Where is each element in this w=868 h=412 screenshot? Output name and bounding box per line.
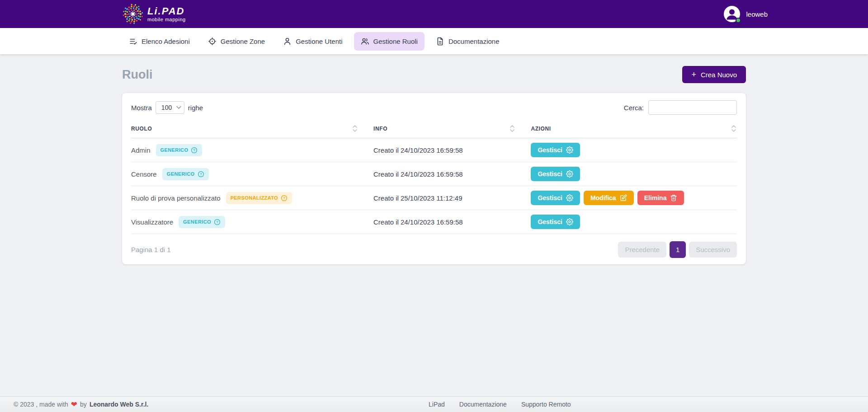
gestisci-button[interactable]: Gestisci [531,191,580,205]
lipad-burst-icon [122,3,144,25]
gestisci-button[interactable]: Gestisci [531,167,580,181]
nav-tab-elenco-adesioni[interactable]: Elenco Adesioni [122,32,197,51]
role-created-info: Creato il 24/10/2023 16:59:58 [373,146,531,154]
search-label: Cerca: [624,104,644,112]
list-check-icon [129,37,137,46]
footer-link-documentazione[interactable]: Documentazione [459,401,507,408]
user-menu[interactable]: leoweb [723,5,768,23]
column-header-info[interactable]: Info [373,119,531,138]
footer-link-lipad[interactable]: LiPad [429,401,445,408]
gear-icon [566,170,573,178]
gestisci-button[interactable]: Gestisci [531,143,580,157]
next-page-button[interactable]: Successivo [689,242,737,258]
role-created-info: Creato il 24/10/2023 16:59:58 [373,218,531,226]
role-name: Admin [131,146,151,154]
company-name: Leonardo Web S.r.l. [90,401,148,408]
logo-title: Li.PAD [147,6,186,16]
sort-icon [510,125,514,132]
roles-table-card: Mostra 100 righe Cerca: Ruolo [122,93,746,264]
rows-suffix-label: righe [188,104,203,112]
document-icon [436,37,444,46]
svg-text:?: ? [193,148,195,152]
nav-tab-gestione-ruoli[interactable]: Gestione Ruoli [354,32,425,51]
role-type-badge: GENERICO ? [162,168,209,180]
svg-text:?: ? [283,196,285,200]
table-row-visualizzatore: Visualizzatore GENERICO ? Creato il 24/1… [131,210,737,234]
svg-text:?: ? [216,220,218,224]
users-icon [361,37,369,46]
previous-page-button[interactable]: Precedente [618,242,666,258]
gear-icon [566,146,573,154]
footer-link-supporto-remoto[interactable]: Supporto Remoto [521,401,571,408]
gear-icon [566,218,573,225]
column-header-ruolo[interactable]: Ruolo [131,119,373,138]
table-row-censore: Censore GENERICO ? Creato il 24/10/2023 … [131,162,737,186]
gestisci-button[interactable]: Gestisci [531,215,580,229]
copyright-by: by [80,401,87,408]
pagination-summary: Pagina 1 di 1 [131,246,171,253]
username: leoweb [746,10,768,18]
page-1-button[interactable]: 1 [670,241,686,258]
nav-tab-documentazione[interactable]: Documentazione [429,32,506,51]
pagination: Precedente 1 Successivo [618,241,737,258]
role-name: Visualizzatore [131,218,173,226]
target-icon [208,37,217,46]
role-name: Ruolo di prova personalizzato [131,194,221,202]
app-header: Li.PAD mobile mapping leoweb [0,0,868,28]
plus-icon: + [691,70,696,79]
copyright-text: © 2023 , made with [14,401,68,408]
rows-per-page-select[interactable]: 100 [156,101,184,114]
main-nav: Elenco Adesioni Gestione Zone Gestione U… [0,28,868,54]
help-circle-icon[interactable]: ? [281,195,288,201]
elimina-button[interactable]: Elimina [637,191,684,205]
nav-tab-gestione-utenti[interactable]: Gestione Utenti [276,32,349,51]
sort-icon [353,125,357,132]
svg-text:?: ? [199,172,202,176]
crea-nuovo-button[interactable]: + Crea Nuovo [682,66,746,83]
avatar [723,5,741,23]
search-input[interactable] [648,100,737,115]
user-icon [283,37,292,46]
help-circle-icon[interactable]: ? [191,147,198,154]
main-content: Ruoli + Crea Nuovo Mostra 100 righe Cerc… [122,66,746,264]
role-created-info: Creato il 24/10/2023 16:59:58 [373,170,531,178]
role-created-info: Creato il 25/10/2023 11:12:49 [373,194,531,202]
help-circle-icon[interactable]: ? [198,171,204,178]
role-type-badge: GENERICO ? [156,144,203,156]
table-row-admin: Admin GENERICO ? Creato il 24/10/2023 16… [131,138,737,162]
role-type-badge: PERSONALIZZATO ? [226,192,292,204]
modifica-button[interactable]: Modifica [584,191,634,205]
page-title: Ruoli [122,68,153,82]
nav-tab-gestione-zone[interactable]: Gestione Zone [201,32,272,51]
column-header-azioni[interactable]: Azioni [531,119,737,138]
sort-icon [731,125,736,132]
logo-subtitle: mobile mapping [147,17,186,22]
heart-icon: ❤ [71,401,77,408]
table-row-ruolo-di-prova: Ruolo di prova personalizzato PERSONALIZ… [131,186,737,210]
help-circle-icon[interactable]: ? [214,219,221,225]
edit-icon [620,194,627,201]
table-header-row: Ruolo Info Azioni [131,119,737,138]
gear-icon [566,194,573,201]
trash-icon [670,194,677,201]
app-logo[interactable]: Li.PAD mobile mapping [122,3,186,25]
role-type-badge: GENERICO ? [179,216,225,228]
app-footer: © 2023 , made with ❤ by Leonardo Web S.r… [0,396,868,412]
role-name: Censore [131,170,157,178]
show-rows-label: Mostra [131,104,152,112]
